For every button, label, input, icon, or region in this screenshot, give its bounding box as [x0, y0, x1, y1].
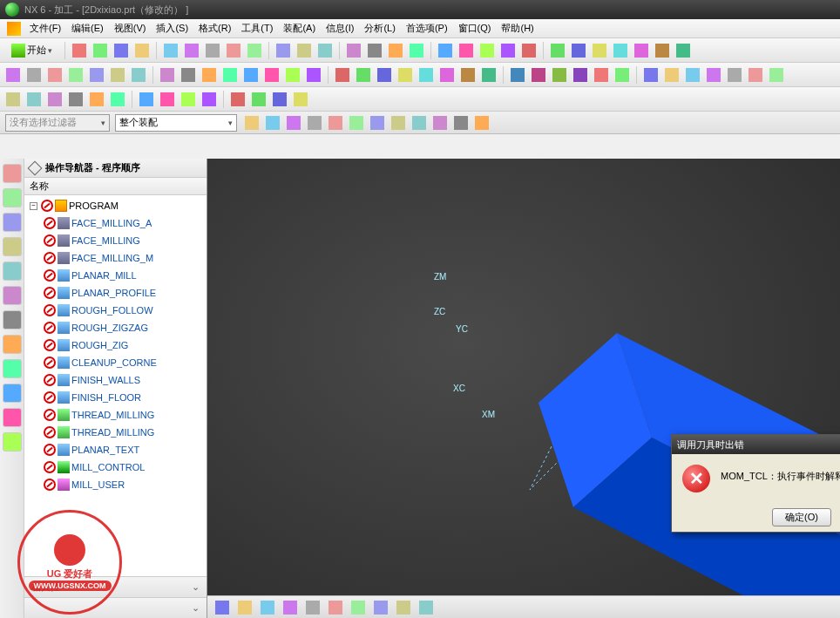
toolbar3-button-7[interactable]: [158, 90, 177, 109]
toolbar2-button-30[interactable]: [662, 65, 681, 85]
filter-button-8[interactable]: [410, 113, 429, 132]
toolbar2-button-22[interactable]: [479, 65, 498, 85]
resource-tab-8[interactable]: [3, 359, 22, 378]
toolbar3-button-11[interactable]: [249, 90, 268, 109]
status-button-0[interactable]: [213, 598, 232, 617]
menu-format[interactable]: 格式(R): [193, 20, 236, 37]
toolbar1-button-24[interactable]: [611, 41, 630, 60]
toolbar2-button-12[interactable]: [262, 65, 281, 85]
filter-button-5[interactable]: [347, 113, 366, 132]
resource-tab-1[interactable]: [3, 188, 22, 207]
ok-button[interactable]: 确定(O): [772, 508, 831, 526]
status-button-6[interactable]: [349, 598, 368, 617]
toolbar1-button-1[interactable]: [91, 41, 110, 60]
toolbar1-button-23[interactable]: [590, 41, 609, 60]
resource-tab-2[interactable]: [3, 213, 22, 232]
column-header-name[interactable]: 名称: [24, 178, 207, 195]
toolbar2-button-18[interactable]: [396, 65, 415, 85]
toolbar2-button-23[interactable]: [508, 65, 527, 85]
toolbar2-button-11[interactable]: [241, 65, 261, 85]
filter-button-3[interactable]: [305, 113, 324, 132]
toolbar2-button-27[interactable]: [592, 65, 611, 85]
menu-assemble[interactable]: 装配(A): [278, 20, 321, 37]
toolbar2-button-4[interactable]: [87, 65, 106, 85]
toolbar2-button-33[interactable]: [725, 65, 744, 85]
dialog-titlebar[interactable]: 调用刀具时出错 ✕: [672, 435, 840, 454]
toolbar1-button-9[interactable]: [274, 41, 293, 60]
toolbar2-button-0[interactable]: [3, 65, 23, 85]
menu-prefs[interactable]: 首选项(P): [401, 20, 453, 37]
toolbar1-button-12[interactable]: [344, 41, 363, 60]
tree-item-thread_milling[interactable]: THREAD_MILLING: [24, 424, 207, 441]
filter-button-0[interactable]: [242, 113, 261, 132]
toolbar3-button-0[interactable]: [3, 90, 23, 109]
toolbar1-button-2[interactable]: [112, 41, 131, 60]
resource-tab-3[interactable]: [3, 237, 22, 256]
toolbar1-button-22[interactable]: [569, 41, 588, 60]
toolbar1-button-7[interactable]: [224, 41, 243, 60]
menu-window[interactable]: 窗口(Q): [453, 20, 497, 37]
toolbar1-button-17[interactable]: [457, 41, 476, 60]
tree-item-thread_milling[interactable]: THREAD_MILLING: [24, 406, 207, 424]
toolbar2-button-14[interactable]: [304, 65, 323, 85]
resource-tab-0[interactable]: [3, 164, 22, 183]
toolbar2-button-17[interactable]: [375, 65, 394, 85]
filter-button-4[interactable]: [326, 113, 345, 132]
resource-tab-11[interactable]: [3, 432, 22, 452]
toolbar1-button-4[interactable]: [161, 41, 180, 60]
toolbar1-button-16[interactable]: [436, 41, 455, 60]
tree-item-finish_floor[interactable]: FINISH_FLOOR: [24, 389, 207, 406]
toolbar3-button-5[interactable]: [108, 90, 127, 109]
tree-item-planar_text[interactable]: PLANAR_TEXT: [24, 441, 207, 458]
toolbar1-button-21[interactable]: [548, 41, 567, 60]
menu-info[interactable]: 信息(I): [321, 20, 359, 37]
toolbar2-button-5[interactable]: [108, 65, 127, 85]
toolbar1-button-0[interactable]: [70, 41, 89, 60]
toolbar3-button-1[interactable]: [24, 90, 44, 109]
toolbar2-button-8[interactable]: [179, 65, 198, 85]
toolbar1-button-13[interactable]: [365, 41, 384, 60]
filter-button-7[interactable]: [389, 113, 408, 132]
toolbar1-button-14[interactable]: [386, 41, 405, 60]
toolbar2-button-25[interactable]: [550, 65, 569, 85]
toolbar3-button-12[interactable]: [270, 90, 289, 109]
resource-tab-5[interactable]: [3, 286, 22, 305]
toolbar3-button-4[interactable]: [87, 90, 106, 109]
toolbar1-button-3[interactable]: [132, 41, 152, 60]
toolbar2-button-20[interactable]: [437, 65, 457, 85]
toolbar3-button-13[interactable]: [291, 90, 310, 109]
menu-file[interactable]: 文件(F): [24, 20, 66, 37]
menu-help[interactable]: 帮助(H): [496, 20, 539, 37]
status-button-8[interactable]: [394, 598, 413, 617]
toolbar1-button-6[interactable]: [203, 41, 222, 60]
toolbar1-button-15[interactable]: [407, 41, 426, 60]
tree-item-rough_zigzag[interactable]: ROUGH_ZIGZAG: [24, 319, 207, 336]
toolbar1-button-11[interactable]: [315, 41, 335, 60]
tree-item-mill_user[interactable]: MILL_USER: [24, 476, 207, 493]
tree-item-rough_follow[interactable]: ROUGH_FOLLOW: [24, 302, 207, 319]
toolbar1-button-26[interactable]: [653, 41, 672, 60]
expand-icon[interactable]: −: [30, 202, 37, 210]
tree-item-face_milling_a[interactable]: FACE_MILLING_A: [24, 214, 207, 232]
toolbar2-button-26[interactable]: [571, 65, 590, 85]
toolbar1-button-8[interactable]: [245, 41, 264, 60]
status-button-7[interactable]: [371, 598, 390, 617]
toolbar2-button-21[interactable]: [458, 65, 478, 85]
status-button-4[interactable]: [303, 598, 322, 617]
toolbar3-button-10[interactable]: [228, 90, 247, 109]
menu-view[interactable]: 视图(V): [109, 20, 152, 37]
status-button-5[interactable]: [326, 598, 345, 617]
status-button-1[interactable]: [235, 598, 254, 617]
menu-app-icon[interactable]: [7, 22, 21, 36]
resource-tab-7[interactable]: [3, 335, 22, 354]
toolbar1-button-10[interactable]: [295, 41, 314, 60]
toolbar3-button-8[interactable]: [179, 90, 198, 109]
toolbar2-button-6[interactable]: [129, 65, 148, 85]
status-button-9[interactable]: [417, 598, 436, 617]
tree-item-mill_control[interactable]: MILL_CONTROL: [24, 458, 207, 476]
toolbar2-button-3[interactable]: [66, 65, 85, 85]
toolbar3-button-9[interactable]: [200, 90, 219, 109]
resource-tab-4[interactable]: [3, 261, 22, 281]
pin-icon[interactable]: [28, 160, 43, 175]
toolbar2-button-32[interactable]: [704, 65, 723, 85]
